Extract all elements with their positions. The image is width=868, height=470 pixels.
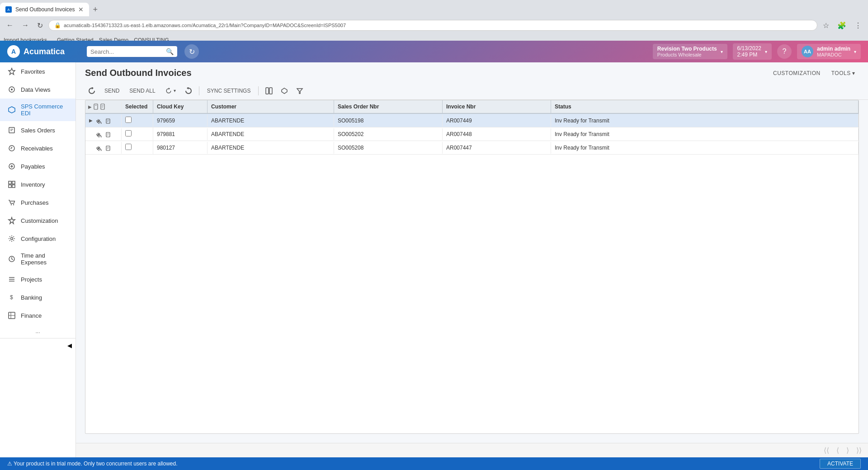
back-button[interactable]: ← [4,19,16,31]
row-1-selected-cell [122,114,153,127]
activate-button[interactable]: ACTIVATE [820,459,861,469]
active-tab[interactable]: A Send Outbound Invoices ✕ [0,3,89,16]
row-3-cloudkey: 980127 [157,145,175,151]
receivables-label: Receivables [21,145,53,152]
sidebar-item-purchases[interactable]: Purchases [0,193,75,212]
toolbar: SEND SEND ALL ▾ SYNC SETTINGS [76,82,868,100]
row-1-controls: ▶ [85,115,122,127]
sidebar-item-sales-orders[interactable]: Sales Orders [0,121,75,139]
nav-icons: ☆ 🧩 ⋮ [820,19,864,32]
reload-button[interactable]: ↻ [34,19,46,32]
app-logo-text: Acumatica [24,47,65,56]
header-doc-icon [100,103,106,110]
sidebar-item-sps-commerce-edi[interactable]: SPS Commerce EDI [0,99,75,121]
sidebar-item-inventory[interactable]: Inventory [0,175,75,193]
row-3-status-cell: Inv Ready for Transmit [551,142,859,154]
bookmark-star-button[interactable]: ☆ [820,19,832,32]
tools-button[interactable]: TOOLS ▾ [828,68,859,78]
sync-button[interactable]: ▾ [161,85,180,96]
row-3-attach-button[interactable] [95,144,103,152]
tab-close-icon[interactable]: ✕ [78,6,84,13]
column-chooser-button[interactable] [262,85,276,97]
data-views-label: Data Views [21,86,51,93]
toolbar-refresh-button[interactable] [85,85,99,97]
help-button[interactable]: ? [777,44,792,59]
company-selector[interactable]: Revision Two Products Products Wholesale… [653,44,727,59]
svg-point-2 [11,89,13,90]
sidebar-item-payables[interactable]: Payables [0,157,75,175]
col-customer-label: Customer [211,103,236,110]
export-button[interactable] [278,85,291,97]
search-button[interactable]: 🔍 [166,48,174,55]
row-3-selected-cell [122,141,153,154]
reset-button[interactable] [182,85,195,97]
payables-icon [7,162,16,171]
customization-button[interactable]: CUSTOMIZATION [769,68,824,78]
svg-rect-16 [12,185,15,188]
banking-label: Banking [21,294,42,301]
sidebar-item-receivables[interactable]: Receivables [0,139,75,157]
col-header-selected: Selected [122,100,153,113]
new-tab-button[interactable]: + [89,5,101,14]
sidebar-item-finance[interactable]: Finance [0,306,75,324]
header-expand-icon: ▶ [88,104,92,109]
row-1-expand-button[interactable]: ▶ [88,117,94,124]
nav-bar: ← → ↻ 🔒 acumaticalb-15436713323.us-east-… [0,16,868,34]
sidebar-item-customization[interactable]: Customization [0,212,75,230]
user-company: MAPADOC [817,52,850,57]
sync-settings-button[interactable]: SYNC SETTINGS [203,85,255,96]
row-3-salesorder-cell: SO005208 [334,142,443,154]
row-2-note-button[interactable] [104,130,113,138]
payables-label: Payables [21,163,45,170]
browser-chrome: A Send Outbound Invoices ✕ + ← → ↻ 🔒 acu… [0,0,868,41]
content-area: Send Outbound Invoices CUSTOMIZATION TOO… [76,62,868,457]
sidebar-item-time-expenses[interactable]: Time and Expenses [0,248,75,270]
sidebar-item-data-views[interactable]: Data Views [0,80,75,99]
row-3-note-button[interactable] [104,144,113,152]
sidebar-item-configuration[interactable]: Configuration [0,230,75,248]
sidebar-item-projects[interactable]: Projects [0,270,75,288]
col-invoice-label: Invoice Nbr [446,103,476,110]
company-sub: Products Wholesale [657,52,717,57]
sidebar-item-banking[interactable]: $ Banking [0,288,75,306]
toolbar-separator [199,86,199,95]
filter-button[interactable] [293,85,307,97]
row-2-customer-cell: ABARTENDE [208,128,334,140]
table-row[interactable]: ▶ 980127 ABARTE [85,141,859,155]
row-2-cloudkey: 979881 [157,131,175,137]
row-3-checkbox[interactable] [125,144,132,150]
forward-button[interactable]: → [19,19,32,31]
first-page-button[interactable]: ⟨⟨ [821,445,832,456]
header-refresh-button[interactable]: ↻ [184,44,199,59]
svg-marker-0 [9,68,15,75]
table-row[interactable]: ▶ 979881 ABARTE [85,127,859,141]
table-row[interactable]: ▶ 979659 ABARTE [85,114,859,127]
sidebar-item-favorites[interactable]: Favorites [0,62,75,80]
row-1-note-button[interactable] [104,117,113,125]
sidebar-collapse[interactable]: ◀ [0,338,75,352]
prev-page-button[interactable]: ⟨ [834,445,842,456]
last-page-button[interactable]: ⟩⟩ [854,445,864,456]
search-input[interactable] [90,48,166,55]
extensions-button[interactable]: 🧩 [835,19,849,32]
send-all-button[interactable]: SEND ALL [125,85,159,96]
row-1-attach-button[interactable] [95,117,103,125]
search-box: 🔍 [87,46,177,57]
svg-marker-31 [282,88,287,94]
customization-icon [7,216,16,225]
tab-title: Send Outbound Invoices [15,6,75,13]
sales-orders-label: Sales Orders [21,127,55,134]
row-2-invoice: AR007448 [446,131,472,137]
row-2-attach-button[interactable] [95,130,103,138]
address-bar[interactable]: 🔒 acumaticalb-15436713323.us-east-1.elb.… [48,20,817,31]
svg-rect-14 [12,181,15,184]
row-1-cloudkey-cell: 979659 [153,115,208,127]
next-page-button[interactable]: ⟩ [844,445,852,456]
more-items[interactable]: ... [0,324,75,338]
user-area[interactable]: AA admin admin MAPADOC ▾ [797,44,861,59]
row-2-checkbox[interactable] [125,130,132,136]
menu-button[interactable]: ⋮ [852,19,864,32]
date-selector[interactable]: 6/13/2022 2:49 PM ▾ [733,43,772,60]
row-1-checkbox[interactable] [125,117,132,123]
send-button[interactable]: SEND [100,85,123,96]
